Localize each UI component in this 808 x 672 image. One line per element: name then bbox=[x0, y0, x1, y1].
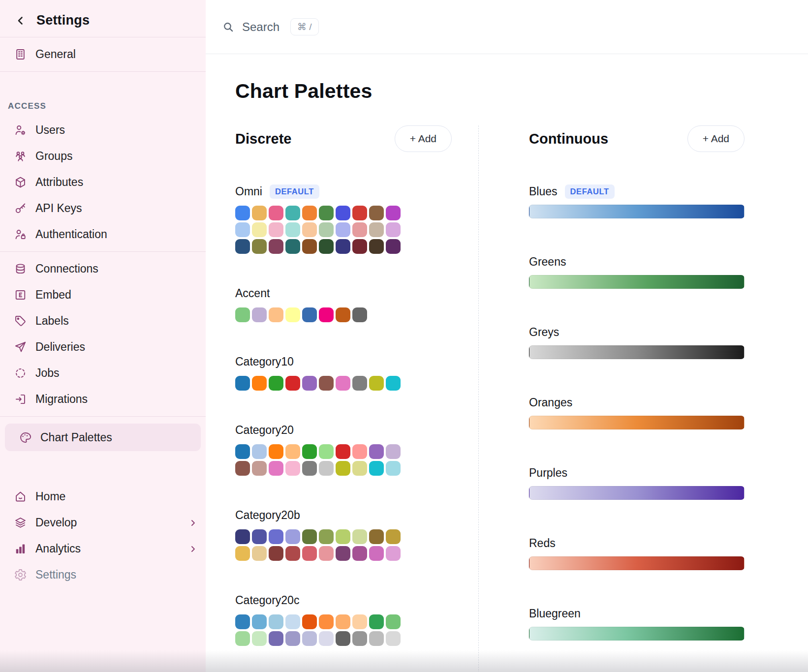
palette-bluegreen[interactable]: Bluegreen bbox=[529, 606, 745, 641]
palette-greens[interactable]: Greens bbox=[529, 254, 745, 289]
color-swatch bbox=[369, 461, 384, 476]
default-badge: DEFAULT bbox=[565, 184, 615, 199]
color-swatch bbox=[252, 546, 267, 561]
color-swatch bbox=[302, 444, 317, 459]
color-swatch bbox=[235, 239, 250, 254]
palette-name: Omni bbox=[235, 185, 262, 198]
home-icon bbox=[14, 490, 27, 503]
dashed-circle-icon bbox=[14, 367, 27, 380]
sidebar-item-chart-palettes[interactable]: Chart Palettes bbox=[5, 424, 201, 451]
color-swatch bbox=[352, 529, 367, 544]
sidebar-item-api-keys[interactable]: API Keys bbox=[0, 195, 206, 221]
palette-name: Purples bbox=[529, 466, 567, 480]
sidebar-item-deliveries[interactable]: Deliveries bbox=[0, 334, 206, 360]
layers-icon bbox=[14, 516, 27, 529]
palette-omni[interactable]: OmniDEFAULT bbox=[235, 183, 452, 254]
color-swatch bbox=[369, 614, 384, 629]
sidebar-item-general[interactable]: General bbox=[0, 41, 206, 67]
sidebar-item-analytics[interactable]: Analytics bbox=[0, 536, 206, 562]
sidebar-item-home[interactable]: Home bbox=[0, 484, 206, 510]
color-swatch bbox=[302, 222, 317, 237]
palette-category20b[interactable]: Category20b bbox=[235, 507, 452, 561]
color-swatch bbox=[252, 529, 267, 544]
color-swatch bbox=[285, 631, 300, 646]
sidebar-item-users[interactable]: Users bbox=[0, 117, 206, 143]
sidebar-item-settings[interactable]: Settings bbox=[0, 562, 206, 588]
people-icon bbox=[14, 150, 27, 163]
color-swatch bbox=[302, 631, 317, 646]
discrete-section: Discrete + Add OmniDEFAULTAccentCategory… bbox=[235, 125, 479, 672]
sidebar-item-label: API Keys bbox=[35, 202, 82, 215]
color-swatch bbox=[386, 631, 401, 646]
color-swatch bbox=[235, 614, 250, 629]
palette-category10[interactable]: Category10 bbox=[235, 354, 452, 391]
color-swatch bbox=[319, 239, 334, 254]
page-title: Chart Palettes bbox=[235, 80, 808, 103]
continuous-palette-list: BluesDEFAULTGreensGreysOrangesPurplesRed… bbox=[529, 183, 745, 672]
color-swatch bbox=[336, 614, 350, 629]
color-swatch bbox=[252, 239, 267, 254]
palette-accent[interactable]: Accent bbox=[235, 285, 452, 322]
swatch-row bbox=[235, 461, 452, 476]
add-discrete-palette-button[interactable]: + Add bbox=[395, 125, 452, 152]
color-swatch bbox=[285, 529, 300, 544]
color-swatch bbox=[269, 614, 283, 629]
sidebar-section-heading: ACCESS bbox=[8, 101, 206, 111]
palette-name: Category20b bbox=[235, 509, 300, 522]
color-swatch bbox=[252, 222, 267, 237]
building-icon bbox=[14, 48, 27, 61]
sidebar-item-label: General bbox=[35, 48, 76, 61]
color-swatch bbox=[269, 631, 283, 646]
palette-name: Bluegreen bbox=[529, 607, 581, 620]
search-input[interactable]: Search bbox=[242, 20, 280, 34]
color-swatch bbox=[302, 376, 317, 391]
sidebar-item-groups[interactable]: Groups bbox=[0, 143, 206, 169]
add-continuous-palette-button[interactable]: + Add bbox=[687, 125, 745, 152]
color-swatch bbox=[285, 614, 300, 629]
sidebar-item-authentication[interactable]: Authentication bbox=[0, 221, 206, 247]
color-swatch bbox=[336, 206, 350, 220]
sidebar-item-label: Embed bbox=[35, 288, 71, 302]
color-swatch bbox=[352, 614, 367, 629]
color-swatch bbox=[319, 461, 334, 476]
color-swatch bbox=[269, 546, 283, 561]
sidebar-item-jobs[interactable]: Jobs bbox=[0, 360, 206, 386]
palette-oranges[interactable]: Oranges bbox=[529, 395, 745, 429]
palette-greys[interactable]: Greys bbox=[529, 324, 745, 359]
content: Chart Palettes Discrete + Add OmniDEFAUL… bbox=[206, 54, 808, 672]
sidebar-item-labels[interactable]: Labels bbox=[0, 308, 206, 334]
swatch-row bbox=[235, 376, 452, 391]
tag-icon bbox=[14, 314, 27, 328]
palette-category20[interactable]: Category20 bbox=[235, 422, 452, 476]
palette-purples[interactable]: Purples bbox=[529, 465, 745, 500]
color-swatch bbox=[269, 222, 283, 237]
sidebar-item-attributes[interactable]: Attributes bbox=[0, 169, 206, 195]
sidebar-item-label: Authentication bbox=[35, 228, 107, 241]
sidebar-item-migrations[interactable]: Migrations bbox=[0, 386, 206, 412]
sidebar-item-embed[interactable]: Embed bbox=[0, 282, 206, 308]
sidebar-item-develop[interactable]: Develop bbox=[0, 510, 206, 536]
gradient-bar bbox=[529, 205, 745, 218]
gradient-bar bbox=[529, 345, 745, 359]
color-swatch bbox=[252, 614, 267, 629]
sidebar-item-connections[interactable]: Connections bbox=[0, 256, 206, 282]
palette-category20c[interactable]: Category20c bbox=[235, 592, 452, 646]
palette-name: Greens bbox=[529, 255, 566, 269]
swatch-row bbox=[235, 206, 452, 220]
palette-reds[interactable]: Reds bbox=[529, 535, 745, 570]
color-swatch bbox=[336, 444, 350, 459]
color-swatch bbox=[235, 444, 250, 459]
color-swatch bbox=[386, 614, 401, 629]
color-swatch bbox=[319, 222, 334, 237]
swatch-row bbox=[235, 614, 452, 629]
sidebar-header: Settings bbox=[0, 10, 206, 37]
color-swatch bbox=[319, 376, 334, 391]
color-swatch bbox=[319, 631, 334, 646]
discrete-header-row: Discrete + Add bbox=[235, 125, 452, 152]
color-swatch bbox=[352, 444, 367, 459]
palette-blues[interactable]: BluesDEFAULT bbox=[529, 183, 745, 218]
color-swatch bbox=[369, 546, 384, 561]
swatch-row bbox=[235, 444, 452, 459]
back-button[interactable] bbox=[15, 15, 27, 27]
color-swatch bbox=[352, 307, 367, 322]
